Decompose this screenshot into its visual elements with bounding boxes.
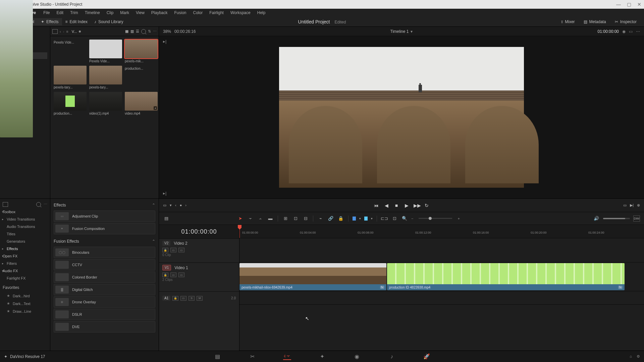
minimize-button[interactable]: — xyxy=(616,2,621,7)
close-button[interactable]: ✕ xyxy=(637,2,641,7)
track-v1[interactable]: pexels-mikhail-nilov-6942639.mp4fx produ… xyxy=(239,262,644,291)
step-fwd-button[interactable]: ▶▶ xyxy=(414,203,420,208)
bypass-grade-icon[interactable]: ◉ xyxy=(622,29,626,34)
fusion-page-button[interactable]: ✦ xyxy=(318,353,326,360)
more-icon[interactable]: ⋯ xyxy=(153,29,157,34)
overwrite-clip-icon[interactable]: ⊡ xyxy=(292,216,299,222)
fx-more-icon[interactable]: ⋯ xyxy=(44,202,47,207)
view-strip-icon[interactable]: ▥ xyxy=(130,29,134,34)
media-page-button[interactable]: ▤ xyxy=(213,353,221,360)
effects-toggle[interactable]: ✦Effects xyxy=(38,18,62,25)
match-frame-icon[interactable]: ▭ xyxy=(163,203,166,207)
effect-drone-overlay[interactable]: ⊕Drone Overlay xyxy=(54,296,155,308)
single-viewer-icon[interactable]: ▭ xyxy=(629,29,633,34)
menu-clip[interactable]: Clip xyxy=(105,10,116,16)
marker-color[interactable] xyxy=(364,217,368,221)
timeline-clip[interactable]: production ID 4823938.mp4fx xyxy=(387,263,625,290)
filter-icon[interactable]: ≡ xyxy=(66,29,68,34)
replace-clip-icon[interactable]: ⊟ xyxy=(302,216,309,222)
metadata-toggle[interactable]: ▤Metadata xyxy=(580,18,609,25)
fx-search-icon[interactable] xyxy=(36,202,41,207)
timeline-tracks[interactable]: 01:00:00:00 01:00:04:00 01:00:08:00 01:0… xyxy=(239,225,644,354)
insert-icon[interactable]: ⊕ xyxy=(637,203,640,207)
menu-timeline[interactable]: Timeline xyxy=(83,10,102,16)
disable-track-icon[interactable]: ▭ xyxy=(178,273,184,277)
sound-library-toggle[interactable]: ♪Sound Library xyxy=(91,18,127,25)
goto-start-button[interactable]: ⏮ xyxy=(373,203,379,208)
marker-dot-icon[interactable]: ● xyxy=(180,203,182,207)
play-button[interactable]: ▶ xyxy=(404,203,410,208)
settings-button[interactable]: ⚙ xyxy=(637,354,640,359)
arm-track-icon[interactable]: ▭ xyxy=(180,296,186,301)
viewer-more-icon[interactable]: ⋯ xyxy=(636,29,640,34)
mute-icon[interactable]: 🔊 xyxy=(593,216,600,222)
effect-fusion-composition[interactable]: ✦Fusion Composition xyxy=(54,223,155,234)
lock-track-icon[interactable]: 🔒 xyxy=(162,248,168,252)
clip-item[interactable]: production... xyxy=(54,92,87,115)
effect-digital-glitch[interactable]: ▓Digital Glitch xyxy=(54,284,155,295)
effect-adjustment-clip[interactable]: ▭Adjustment Clip xyxy=(54,210,155,222)
nav-back-icon[interactable]: ‹ xyxy=(60,29,61,34)
clip-item[interactable]: production... xyxy=(125,66,158,89)
effect-dslr[interactable]: DSLR xyxy=(54,309,155,320)
zoom-in-button[interactable]: + xyxy=(458,217,460,221)
menu-fairlight[interactable]: Fairlight xyxy=(207,10,226,16)
color-page-button[interactable]: ◉ xyxy=(353,353,361,360)
fx-audiofx[interactable]: ▾Audio FX xyxy=(0,267,50,275)
flag-dd-icon[interactable]: ▾ xyxy=(359,217,361,220)
viewer-canvas[interactable]: ▸| ▸| xyxy=(159,36,644,198)
timeline-view-icon[interactable]: ▤ xyxy=(163,216,170,222)
menu-workspace[interactable]: Workspace xyxy=(228,10,253,16)
lock-track-icon[interactable]: 🔒 xyxy=(162,273,168,277)
collapse-icon[interactable]: ⌃ xyxy=(152,203,155,207)
playhead[interactable] xyxy=(239,225,240,238)
lock-track-icon[interactable]: 🔒 xyxy=(172,296,178,301)
goto-end-icon[interactable]: ▶| xyxy=(630,203,634,207)
fx-generators[interactable]: Generators xyxy=(0,238,50,245)
mute-track-button[interactable]: M xyxy=(197,296,203,301)
next-icon[interactable]: › xyxy=(185,203,186,207)
in-mark-icon[interactable]: ▸| xyxy=(163,39,166,44)
mixer-toggle[interactable]: ⫴Mixer xyxy=(558,18,578,25)
clip-item[interactable]: pexels-tary... xyxy=(89,66,122,89)
fx-filters[interactable]: ▸Filters xyxy=(0,260,50,267)
insert-clip-icon[interactable]: ⊞ xyxy=(282,216,289,222)
fx-audio-transitions[interactable]: Audio Transitions xyxy=(0,223,50,230)
dynamic-trim-tool[interactable]: ⫠ xyxy=(257,216,264,222)
transport-dd-icon[interactable]: ▾ xyxy=(170,203,172,207)
clip-item[interactable]: pexels-tary... xyxy=(54,66,87,89)
timeline-ruler[interactable]: 01:00:00:00 01:00:04:00 01:00:08:00 01:0… xyxy=(239,225,644,238)
effect-dve[interactable]: DVE xyxy=(54,321,155,333)
solo-track-button[interactable]: S xyxy=(189,296,195,301)
fx-titles[interactable]: Titles xyxy=(0,230,50,238)
viewer-zoom[interactable]: 38% xyxy=(163,29,171,34)
timeline-clip[interactable]: pexels-mikhail-nilov-6942639.mp4fx xyxy=(239,263,386,290)
trim-tool[interactable]: ⫟ xyxy=(247,216,254,222)
view-list-icon[interactable]: ☰ xyxy=(136,29,139,34)
bin-list-toggle[interactable] xyxy=(52,29,58,34)
clip-item[interactable]: Pexels Vide... xyxy=(89,40,122,63)
marker-dd-icon[interactable]: ▾ xyxy=(371,217,373,220)
fx-toolbox[interactable]: ▾Toolbox xyxy=(0,208,50,216)
link-icon[interactable]: 🔗 xyxy=(327,216,334,222)
track-header-v1[interactable]: V1Video 1 🔒▭▭ 2 Clips xyxy=(159,262,239,291)
stop-button[interactable]: ■ xyxy=(393,203,399,208)
track-a1[interactable] xyxy=(239,291,644,305)
auto-select-icon[interactable]: ▭ xyxy=(170,273,176,277)
menu-playback[interactable]: Playback xyxy=(149,10,170,16)
nav-fwd-icon[interactable]: › xyxy=(63,29,64,34)
fav-item[interactable]: ★Draw...Line xyxy=(0,307,50,315)
effect-cctv[interactable]: CCTV xyxy=(54,259,155,270)
flag-blue[interactable] xyxy=(353,217,356,221)
lock-icon[interactable]: 🔒 xyxy=(337,216,344,222)
range-icon[interactable]: ⊏⊐ xyxy=(381,216,388,222)
effect-binoculars[interactable]: ◯◯Binoculars xyxy=(54,247,155,258)
volume-slider[interactable] xyxy=(603,218,630,219)
fx-panel-toggle[interactable] xyxy=(3,202,8,207)
menu-file[interactable]: File xyxy=(41,10,52,16)
clip-item[interactable]: Pexels Vide... xyxy=(54,40,87,63)
collapse-icon[interactable]: ⌃ xyxy=(152,239,155,244)
fav-item[interactable]: ★Dark...hird xyxy=(0,292,50,300)
track-header-a1[interactable]: A1 🔒 ▭ S M 2.0 xyxy=(159,291,239,305)
zoom-slider[interactable] xyxy=(419,218,452,219)
